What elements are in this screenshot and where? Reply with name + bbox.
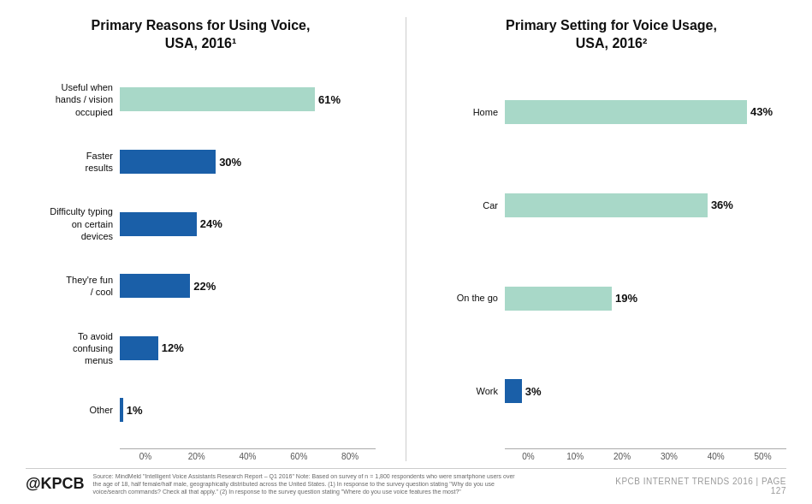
right-bar-label: On the go [436, 292, 505, 304]
right-bar-item: On the go 19% [436, 287, 786, 311]
left-x-label: 80% [324, 452, 376, 461]
left-bar-item: Fasterresults 30% [26, 150, 376, 175]
left-x-axis-line [120, 448, 376, 449]
left-bar-value: 30% [219, 156, 241, 169]
right-chart-title: Primary Setting for Voice Usage,USA, 201… [436, 17, 786, 53]
right-bar-value: 19% [615, 292, 637, 305]
kpcb-logo: @KPCB [26, 475, 85, 493]
footer-left: @KPCB Source: MindMeld "Intelligent Voic… [26, 472, 521, 495]
page: Primary Reasons for Using Voice,USA, 201… [0, 0, 812, 504]
right-x-labels: 0%10%20%30%40%50% [436, 452, 786, 461]
left-chart-title: Primary Reasons for Using Voice,USA, 201… [26, 17, 376, 53]
right-x-label: 50% [739, 452, 786, 461]
left-bars-wrapper: Useful whenhands / visionoccupied 61% Fa… [26, 70, 376, 447]
left-bar-label: Difficulty typingon certaindevices [26, 205, 120, 242]
left-bar-container: 22% [120, 274, 376, 298]
left-x-label: 60% [273, 452, 324, 461]
left-bar-item: Other 1% [26, 398, 376, 422]
left-bar-value: 61% [318, 93, 341, 106]
right-x-label: 20% [599, 452, 646, 461]
right-bar-label: Home [436, 106, 505, 118]
right-bar [505, 193, 708, 217]
left-bar-item: Difficulty typingon certaindevices 24% [26, 205, 376, 242]
right-chart: Primary Setting for Voice Usage,USA, 201… [436, 17, 786, 461]
left-bar-label: Useful whenhands / visionoccupied [26, 81, 120, 118]
left-x-label: 0% [120, 452, 171, 461]
left-bar [120, 87, 315, 111]
right-x-label: 0% [505, 452, 552, 461]
left-bar-item: To avoidconfusingmenus 12% [26, 330, 376, 367]
left-bar-label: Fasterresults [26, 150, 120, 175]
footer-source: Source: MindMeld "Intelligent Voice Assi… [93, 472, 521, 495]
left-bar [120, 398, 123, 422]
left-bar-container: 24% [120, 212, 376, 236]
right-bar [505, 379, 522, 403]
left-bar-value: 12% [162, 341, 184, 354]
right-bar-container: 19% [505, 287, 786, 311]
left-x-label: 40% [222, 452, 274, 461]
left-bar-container: 12% [120, 336, 376, 360]
right-bar-label: Work [436, 385, 505, 397]
left-bar-value: 1% [127, 404, 143, 417]
right-bar-item: Home 43% [436, 100, 786, 124]
left-x-labels: 0%20%40%60%80% [26, 452, 376, 461]
left-bar-item: Useful whenhands / visionoccupied 61% [26, 81, 376, 118]
right-bar-label: Car [436, 199, 505, 211]
right-bars-wrapper: Home 43% Car 36% On the go 19% Work 3% [436, 70, 786, 447]
left-bar-container: 30% [120, 150, 376, 174]
right-bar-value: 36% [711, 199, 733, 211]
left-bar-container: 61% [120, 87, 376, 111]
left-bar-label: To avoidconfusingmenus [26, 330, 120, 367]
right-x-label: 40% [692, 452, 739, 461]
right-x-axis-line [505, 448, 786, 449]
left-bar [120, 150, 216, 174]
left-bar-label: They're fun/ cool [26, 274, 120, 299]
left-bar [120, 274, 190, 298]
footer-brand: KPCB INTERNET TRENDS 2016 | PAGE127 [615, 477, 786, 495]
left-bar-label: Other [26, 404, 120, 416]
left-bar-value: 22% [193, 280, 216, 293]
left-chart: Primary Reasons for Using Voice,USA, 201… [26, 17, 376, 461]
right-bar-item: Car 36% [436, 193, 786, 217]
left-x-label: 20% [171, 452, 222, 461]
right-x-label: 10% [552, 452, 599, 461]
left-bar-container: 1% [120, 398, 376, 422]
charts-row: Primary Reasons for Using Voice,USA, 201… [26, 17, 786, 461]
chart-divider [406, 17, 406, 461]
footer: @KPCB Source: MindMeld "Intelligent Voic… [26, 468, 786, 495]
left-bar [120, 336, 158, 360]
left-bar-item: They're fun/ cool 22% [26, 274, 376, 299]
right-bar-container: 43% [505, 100, 786, 124]
right-bar-value: 43% [750, 105, 773, 118]
right-bar-container: 36% [505, 193, 786, 217]
left-bar [120, 212, 197, 236]
right-bar-container: 3% [505, 379, 786, 403]
right-bar-value: 3% [525, 385, 542, 398]
right-x-label: 30% [645, 452, 692, 461]
left-bar-value: 24% [200, 217, 222, 230]
right-bar [505, 100, 747, 124]
right-bar-item: Work 3% [436, 379, 786, 403]
right-bar [505, 287, 612, 311]
